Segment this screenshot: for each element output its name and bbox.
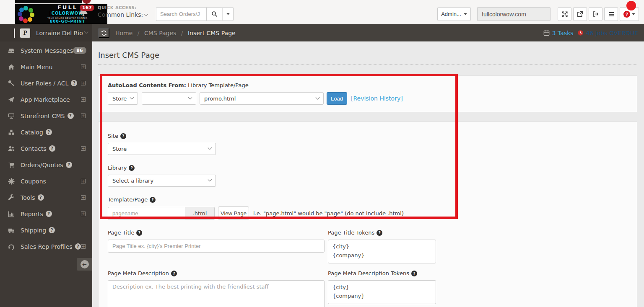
search-button[interactable] — [207, 7, 222, 21]
sidebar-item-coupons[interactable]: Coupons+ — [0, 173, 92, 189]
refresh-button[interactable] — [98, 28, 109, 38]
sidebar-item-user-roles-acl[interactable]: User Roles / ACL?+ — [0, 75, 92, 91]
user-name: Lorraine Del Rio — [36, 30, 83, 36]
template-page-input[interactable] — [108, 207, 185, 220]
sidebar-item-label: Sales Rep Profiles — [21, 243, 73, 250]
page-title-tokens-box[interactable]: {city} {company} — [328, 240, 436, 263]
help-icon: ? — [71, 80, 77, 86]
overdue-clock-icon — [577, 30, 584, 36]
meta-description-tokens-box[interactable]: {city} {company} — [328, 280, 436, 304]
fullscreen-button[interactable] — [558, 7, 571, 21]
sidebar-item-orders-quotes[interactable]: Orders/Quotes? — [0, 157, 92, 173]
library-label: Library — [108, 165, 127, 171]
load-button[interactable]: Load — [327, 92, 347, 105]
sidebar-item-shipping[interactable]: Shipping? — [0, 222, 92, 238]
revision-history-link[interactable]: [Revision History] — [351, 95, 403, 102]
fullscreen-icon — [561, 11, 568, 18]
users-icon — [8, 145, 15, 152]
autoload-page-select[interactable]: promo.html — [200, 92, 324, 105]
page-title-input[interactable] — [108, 240, 325, 253]
library-select[interactable]: Select a library — [108, 175, 216, 187]
hamburger-icon — [608, 11, 615, 18]
user-menu[interactable]: P Lorraine Del Rio — [0, 24, 92, 41]
wrench-icon — [8, 194, 15, 201]
sidebar-item-storefront-cms[interactable]: Storefront CMS?+ — [0, 108, 92, 124]
expand-plus-icon[interactable]: + — [81, 212, 86, 216]
sidebar-item-label: Catalog — [21, 129, 43, 136]
admin-dropdown[interactable]: Admin... — [437, 7, 471, 21]
help-icon[interactable]: ? — [129, 165, 135, 171]
common-links-dropdown[interactable]: Common Links: — [98, 11, 148, 18]
expand-plus-icon[interactable]: + — [81, 114, 86, 118]
search-icon — [211, 11, 218, 17]
main-content: Insert CMS Page AutoLoad Contents From: … — [92, 41, 644, 307]
paper-plane-icon — [8, 96, 15, 103]
autoload-library-select[interactable] — [142, 92, 196, 105]
headset-icon — [8, 243, 15, 250]
site-label: Site — [108, 133, 118, 139]
sidebar-menu: System Messages86Main Menu+User Roles / … — [0, 42, 92, 255]
expand-plus-icon[interactable]: + — [81, 195, 86, 200]
sidebar-collapse-button[interactable]: ← — [77, 258, 92, 271]
search-options-dropdown[interactable] — [222, 7, 234, 21]
help-icon: ? — [49, 227, 55, 233]
open-external-button[interactable] — [573, 7, 587, 21]
logo-top-strip — [15, 0, 82, 3]
refresh-icon — [101, 30, 107, 36]
sidebar-item-label: Contacts — [21, 145, 47, 152]
caret-down-icon — [226, 13, 230, 15]
expand-plus-icon[interactable]: + — [81, 81, 86, 85]
sidebar-item-label: Coupons — [21, 178, 46, 185]
help-icon: ? — [38, 194, 44, 201]
sidebar-item-app-marketplace[interactable]: App Marketplace+ — [0, 91, 92, 108]
site-select[interactable]: Store — [108, 143, 216, 155]
html-extension-addon: .html — [185, 207, 215, 220]
inbox-icon — [8, 47, 15, 54]
help-icon[interactable]: ? — [411, 271, 417, 276]
meta-description-input[interactable] — [108, 280, 325, 307]
bar-chart-icon — [8, 211, 15, 217]
meta-description-label: Page Meta Description — [108, 270, 169, 276]
notifications-bell[interactable]: 167 — [77, 5, 92, 20]
caret-down-icon — [464, 13, 467, 15]
cart-icon — [8, 162, 15, 168]
chevron-down-icon — [208, 146, 212, 150]
help-icon[interactable]: ? — [150, 197, 156, 203]
help-icon[interactable]: ? — [171, 271, 177, 276]
breadcrumb-home[interactable]: Home — [115, 30, 132, 36]
sidebar-item-system-messages[interactable]: System Messages86 — [0, 42, 92, 59]
expand-plus-icon[interactable]: + — [81, 146, 86, 151]
overdue-jobs-link[interactable]: 46 Jobs OVERDUE — [586, 30, 638, 36]
quick-access-label: QUICK ACCESS: — [98, 5, 148, 10]
domain-input[interactable] — [477, 7, 551, 21]
sign-out-button[interactable] — [589, 7, 602, 21]
sidebar-item-label: Shipping — [21, 227, 46, 234]
breadcrumb-current: Insert CMS Page — [188, 30, 236, 36]
expand-plus-icon[interactable]: + — [81, 97, 86, 102]
chevron-down-icon — [144, 12, 148, 16]
expand-plus-icon[interactable]: + — [81, 244, 86, 249]
view-page-button[interactable]: View Page — [218, 206, 249, 220]
tasks-link[interactable]: 3 Tasks — [552, 30, 574, 36]
breadcrumb-cms-pages[interactable]: CMS Pages — [144, 30, 176, 36]
search-input[interactable] — [156, 7, 207, 21]
page-title: Insert CMS Page — [98, 51, 637, 59]
help-icon[interactable]: ? — [136, 230, 142, 236]
bell-count-badge: 167 — [80, 5, 94, 11]
sidebar-item-main-menu[interactable]: Main Menu+ — [0, 59, 92, 75]
help-icon[interactable]: ? — [120, 133, 126, 139]
user-accent-bar — [14, 28, 15, 38]
menu-button[interactable] — [604, 7, 618, 21]
sidebar-item-reports[interactable]: Reports?+ — [0, 206, 92, 222]
sidebar-item-tools[interactable]: Tools?+ — [0, 189, 92, 206]
autoload-site-select[interactable]: Store — [108, 92, 138, 105]
sidebar-item-contacts[interactable]: Contacts?+ — [0, 140, 92, 157]
color-wheel-icon — [18, 6, 34, 23]
sidebar-item-catalog[interactable]: Catalog? — [0, 124, 92, 140]
top-header: FULL COLORWOW YOUR ONLINE DESKTOP PRINTE… — [0, 0, 644, 24]
sidebar-item-label: App Marketplace — [21, 96, 70, 103]
expand-plus-icon[interactable]: + — [81, 179, 86, 183]
help-icon[interactable]: ? — [377, 230, 382, 236]
sidebar-item-sales-rep-profiles[interactable]: Sales Rep Profiles?+ — [0, 238, 92, 255]
expand-plus-icon[interactable]: + — [81, 64, 86, 69]
